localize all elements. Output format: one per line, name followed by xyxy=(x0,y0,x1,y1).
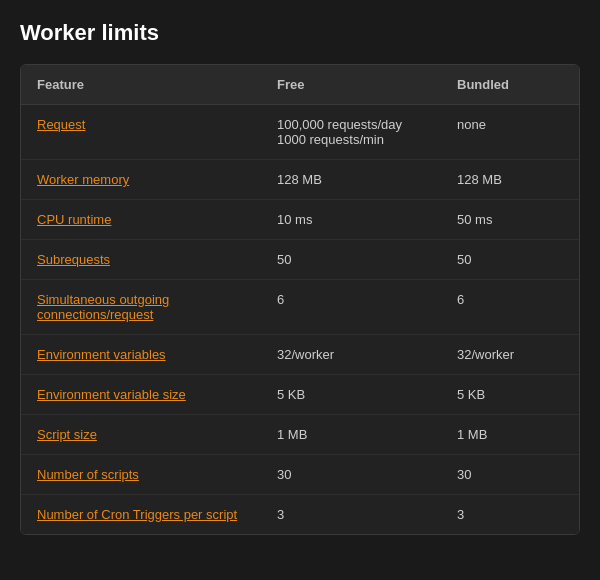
col-header-feature: Feature xyxy=(21,65,261,105)
bundled-cell-6: 5 KB xyxy=(441,375,579,415)
worker-limits-table: Feature Free Bundled Request100,000 requ… xyxy=(20,64,580,535)
bundled-cell-5: 32/worker xyxy=(441,335,579,375)
free-cell-4: 6 xyxy=(261,280,441,335)
bundled-cell-8: 30 xyxy=(441,455,579,495)
free-cell-1: 128 MB xyxy=(261,160,441,200)
table-row: CPU runtime10 ms50 ms xyxy=(21,200,579,240)
table-row: Subrequests5050 xyxy=(21,240,579,280)
bundled-cell-7: 1 MB xyxy=(441,415,579,455)
feature-cell-7[interactable]: Script size xyxy=(21,415,261,455)
free-cell-3: 50 xyxy=(261,240,441,280)
bundled-cell-1: 128 MB xyxy=(441,160,579,200)
free-cell-8: 30 xyxy=(261,455,441,495)
feature-cell-3[interactable]: Subrequests xyxy=(21,240,261,280)
bundled-cell-9: 3 xyxy=(441,495,579,535)
col-header-free: Free xyxy=(261,65,441,105)
table-row: Request100,000 requests/day1000 requests… xyxy=(21,105,579,160)
feature-cell-5[interactable]: Environment variables xyxy=(21,335,261,375)
feature-cell-6[interactable]: Environment variable size xyxy=(21,375,261,415)
table-row: Environment variable size5 KB5 KB xyxy=(21,375,579,415)
table-row: Number of Cron Triggers per script33 xyxy=(21,495,579,535)
table-header-row: Feature Free Bundled xyxy=(21,65,579,105)
free-cell-2: 10 ms xyxy=(261,200,441,240)
bundled-cell-0: none xyxy=(441,105,579,160)
feature-cell-9[interactable]: Number of Cron Triggers per script xyxy=(21,495,261,535)
free-cell-9: 3 xyxy=(261,495,441,535)
table-row: Worker memory128 MB128 MB xyxy=(21,160,579,200)
col-header-bundled: Bundled xyxy=(441,65,579,105)
free-cell-0: 100,000 requests/day1000 requests/min xyxy=(261,105,441,160)
table-row: Environment variables32/worker32/worker xyxy=(21,335,579,375)
feature-cell-0[interactable]: Request xyxy=(21,105,261,160)
table-row: Simultaneous outgoing connections/reques… xyxy=(21,280,579,335)
free-cell-7: 1 MB xyxy=(261,415,441,455)
table-row: Script size1 MB1 MB xyxy=(21,415,579,455)
bundled-cell-3: 50 xyxy=(441,240,579,280)
free-cell-5: 32/worker xyxy=(261,335,441,375)
page-title: Worker limits xyxy=(20,20,580,46)
feature-cell-1[interactable]: Worker memory xyxy=(21,160,261,200)
feature-cell-4[interactable]: Simultaneous outgoing connections/reques… xyxy=(21,280,261,335)
free-cell-6: 5 KB xyxy=(261,375,441,415)
bundled-cell-4: 6 xyxy=(441,280,579,335)
bundled-cell-2: 50 ms xyxy=(441,200,579,240)
table-row: Number of scripts3030 xyxy=(21,455,579,495)
feature-cell-2[interactable]: CPU runtime xyxy=(21,200,261,240)
feature-cell-8[interactable]: Number of scripts xyxy=(21,455,261,495)
